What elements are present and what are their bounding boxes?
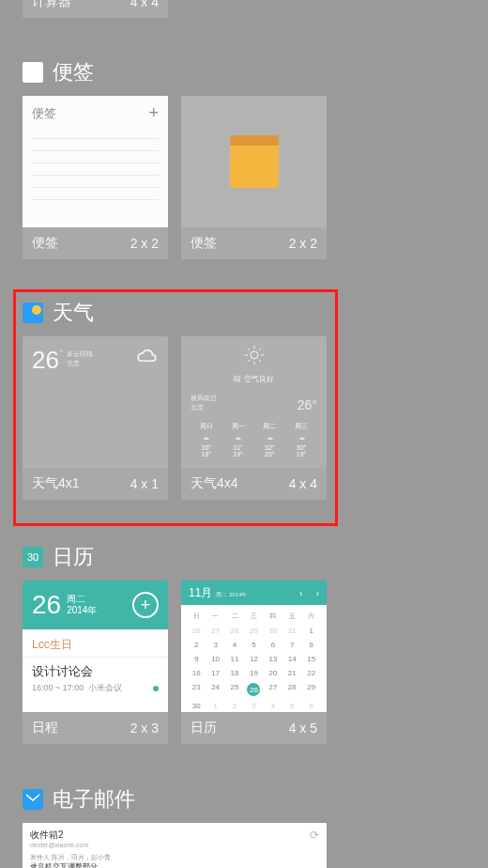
section-title: 电子邮件	[53, 785, 135, 814]
chevron-right-icon[interactable]: ›	[316, 588, 319, 598]
section-title: 天气	[53, 299, 94, 327]
svg-line-11	[259, 349, 261, 350]
widget-size: 2 x 2	[289, 236, 317, 251]
mail-subject: 录音机交互调整部分	[30, 862, 319, 868]
weather-icon	[23, 302, 43, 323]
widget-name: 天气4x4	[191, 475, 238, 492]
widget-size: 4 x 5	[289, 721, 317, 736]
section-title: 便签	[53, 58, 94, 86]
mail-icon	[23, 789, 43, 810]
widget-preview: 11月 周二 2014年 ‹ › 日一二三四五六2627282930311234…	[181, 581, 327, 712]
section-notes: 便签 便签 + 便签 2 x 2	[0, 47, 488, 259]
weather-sub2: 北京	[191, 403, 217, 412]
widget-label: 便签 2 x 2	[181, 227, 327, 259]
svg-point-3	[251, 351, 258, 359]
widget-schedule[interactable]: 26 周二 2014年 + Lcc生日 设计讨论会 16:00 ~ 17:00 …	[23, 581, 168, 744]
widget-label: 日历 4 x 5	[181, 712, 327, 744]
widget-name: 天气4x1	[32, 475, 80, 492]
widget-name: 日历	[191, 720, 217, 736]
svg-line-8	[247, 349, 249, 350]
widget-name: 日程	[32, 720, 58, 736]
widget-preview: 26° 多云转晴 北京	[23, 336, 168, 468]
sun-icon	[191, 344, 317, 370]
weather-sub: 多云转晴	[67, 349, 93, 359]
widget-label: 计算器 4 x 4	[23, 0, 168, 18]
widget-calculator[interactable]: 计算器 4 x 4	[23, 0, 168, 18]
widget-notes-2x2-b[interactable]: 便签 2 x 2	[181, 96, 327, 259]
sched-item-2: 设计讨论会 16:00 ~ 17:00 小米会议	[23, 658, 168, 700]
widget-weather-4x1[interactable]: 26° 多云转晴 北京 天气4x1 4 x 1	[23, 336, 168, 500]
widget-size: 2 x 3	[130, 721, 159, 736]
widget-label: 便签 2 x 2	[23, 227, 168, 259]
sched-item-1: Lcc生日	[23, 629, 168, 658]
widget-preview: 晴 空气良好 被风吹过 北京 26° 周日☁30°18° 周一☁31°19° 周…	[181, 336, 327, 468]
widget-label: 日程 2 x 3	[23, 712, 168, 744]
widget-name: 便签	[32, 235, 58, 252]
widget-size: 2 x 2	[130, 236, 159, 251]
widget-preview	[181, 96, 327, 227]
widget-size: 4 x 4	[289, 476, 317, 491]
weather-city: 北京	[67, 359, 93, 368]
weather-sub1: 被风吹过	[191, 394, 217, 403]
widget-size: 4 x 1	[130, 476, 159, 491]
weather-temp: 26	[32, 346, 59, 375]
sched-dow: 周二	[67, 594, 97, 605]
calendar-icon: 30	[23, 547, 43, 567]
widget-preview: 26 周二 2014年 + Lcc生日 设计讨论会 16:00 ~ 17:00 …	[23, 581, 168, 712]
widget-label: 天气4x1 4 x 1	[23, 468, 168, 500]
section-weather: 天气 26° 多云转晴 北京	[0, 287, 488, 500]
cal-month: 11月	[189, 585, 212, 601]
widget-preview: 便签 +	[23, 96, 168, 227]
plus-icon: +	[148, 103, 159, 123]
notes-icon	[23, 62, 43, 83]
widget-label: 天气4x4 4 x 4	[181, 468, 327, 500]
widget-name: 计算器	[32, 0, 71, 10]
event-title: 设计讨论会	[32, 663, 159, 680]
section-email: 电子邮件 收件箱2 dexter@xiaomi.com ⟳ 发件人 陈月，田月，…	[0, 774, 488, 868]
svg-rect-0	[23, 62, 43, 83]
section-header-notes: 便签	[23, 47, 465, 96]
widget-name: 便签	[191, 235, 217, 252]
weather-cond: 晴 空气良好	[191, 374, 317, 384]
cloud-icon	[134, 346, 159, 374]
section-header-weather: 天气	[23, 287, 465, 336]
refresh-icon[interactable]: ⟳	[310, 829, 319, 842]
mail-inbox: 收件箱2	[30, 829, 88, 842]
widget-size: 4 x 4	[130, 0, 159, 9]
notes-head-label: 便签	[32, 105, 56, 122]
widget-calendar[interactable]: 11月 周二 2014年 ‹ › 日一二三四五六2627282930311234…	[181, 581, 327, 744]
note-icon	[230, 135, 279, 188]
svg-point-2	[32, 305, 41, 315]
weather-forecast: 周日☁30°18° 周一☁31°19° 周二☁32°20° 周三☁30°19°	[191, 422, 317, 457]
section-header-calendar: 30 日历	[23, 532, 465, 581]
widget-weather-4x4[interactable]: 晴 空气良好 被风吹过 北京 26° 周日☁30°18° 周一☁31°19° 周…	[181, 336, 327, 500]
svg-text:30: 30	[27, 551, 38, 563]
event-dot-icon	[153, 686, 159, 691]
svg-line-9	[259, 360, 261, 362]
mail-addr: dexter@xiaomi.com	[30, 842, 88, 848]
add-event-button[interactable]: +	[132, 592, 159, 618]
weather-temp: 26°	[297, 397, 317, 412]
sched-day: 26	[32, 590, 61, 620]
section-header-email: 电子邮件	[23, 774, 465, 823]
sched-year: 2014年	[67, 605, 97, 616]
cal-grid: 日一二三四五六262728293031123456789101112131415…	[181, 605, 327, 717]
section-calendar: 30 日历 26 周二 2014年 + Lcc生日 设计讨论	[0, 532, 488, 744]
mail-from: 发件人 陈月，田月，彭小青	[30, 853, 319, 862]
widget-preview: 收件箱2 dexter@xiaomi.com ⟳ 发件人 陈月，田月，彭小青 录…	[23, 823, 327, 868]
section-title: 日历	[53, 543, 94, 571]
widget-email[interactable]: 收件箱2 dexter@xiaomi.com ⟳ 发件人 陈月，田月，彭小青 录…	[23, 823, 327, 868]
chevron-left-icon[interactable]: ‹	[299, 588, 302, 598]
cal-month-sub: 周二 2014年	[216, 591, 247, 599]
svg-line-10	[247, 360, 249, 362]
widget-notes-2x2-a[interactable]: 便签 + 便签 2 x 2	[23, 96, 168, 259]
